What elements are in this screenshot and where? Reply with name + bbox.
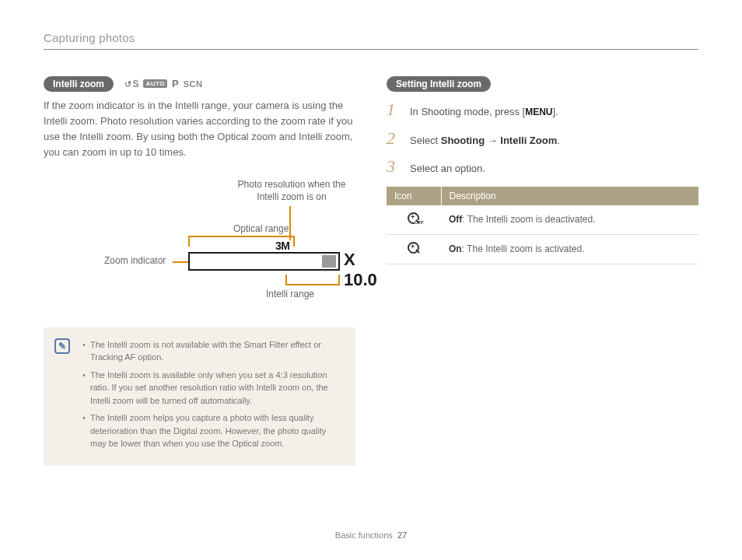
page-number: 27 [397, 530, 407, 540]
options-table: Icon Description +OFF Off: The Intelli z… [387, 187, 698, 264]
intelli-zoom-badge: Intelli zoom [44, 76, 114, 92]
menu-path-intelli-zoom: Intelli Zoom [500, 135, 557, 146]
mode-icon-strip: S AUTO P SCN [124, 78, 202, 89]
magnifier-off-icon: +OFF [408, 212, 420, 225]
step-text: Select an option. [410, 161, 485, 177]
photo-resolution-label: Photo resolution when the Intelli zoom i… [233, 178, 350, 203]
page-title: Capturing photos [44, 31, 698, 50]
callout-line [188, 236, 190, 247]
option-name: Off [449, 214, 462, 225]
callout-line [293, 236, 295, 247]
step-text: In Shooting mode, press [MENU]. [410, 104, 558, 120]
icon-cell: +OFF [387, 205, 441, 235]
table-header-description: Description [441, 187, 698, 205]
section-header-row: Intelli zoom S AUTO P SCN [44, 76, 355, 92]
icon-cell: + [387, 234, 441, 264]
zoom-diagram: Photo resolution when the Intelli zoom i… [44, 178, 355, 318]
option-desc: : The Intelli zoom is activated. [462, 243, 585, 254]
step-3: 3 Select an option. [387, 158, 698, 177]
smart-mode-icon: S [124, 79, 138, 89]
callout-line [285, 284, 340, 285]
program-mode-icon: P [172, 78, 179, 89]
setting-intelli-zoom-badge: Setting Intelli zoom [387, 76, 491, 92]
option-desc: : The Intelli zoom is deactivated. [462, 214, 595, 225]
option-name: On [449, 243, 462, 254]
right-column: Setting Intelli zoom 1 In Shooting mode,… [387, 76, 698, 466]
text: In Shooting mode, press [ [410, 106, 525, 117]
step-2: 2 Select Shooting → Intelli Zoom. [387, 130, 698, 149]
note-icon: ✎ [54, 338, 70, 354]
description-cell: On: The Intelli zoom is activated. [441, 234, 698, 264]
table-row: +OFF Off: The Intelli zoom is deactivate… [387, 205, 698, 235]
step-1: 1 In Shooting mode, press [MENU]. [387, 101, 698, 120]
two-column-layout: Intelli zoom S AUTO P SCN If the zoom in… [44, 76, 698, 466]
note-box: ✎ The Intelli zoom is not available with… [44, 327, 355, 466]
step-number: 3 [387, 158, 401, 175]
callout-line [173, 261, 188, 263]
text: . [557, 135, 560, 146]
note-item: The Intelli zoom is available only when … [82, 369, 343, 408]
note-item: The Intelli zoom is not available with t… [82, 338, 343, 364]
table-header-icon: Icon [387, 187, 441, 205]
menu-path-shooting: Shooting [441, 135, 485, 146]
footer-section: Basic functions [335, 530, 393, 540]
optical-range-label: Optical range [233, 223, 289, 234]
page-footer: Basic functions 27 [0, 530, 742, 540]
note-item: The Intelli zoom helps you capture a pho… [82, 411, 343, 450]
step-number: 2 [387, 130, 401, 147]
intelli-zoom-description: If the zoom indicator is in the Intelli … [44, 98, 355, 161]
description-cell: Off: The Intelli zoom is deactivated. [441, 205, 698, 235]
zoom-multiplier: X 10.0 [344, 250, 377, 290]
intelli-range-label: Intelli range [266, 289, 314, 299]
steps-list: 1 In Shooting mode, press [MENU]. 2 Sele… [387, 101, 698, 177]
zoom-indicator-label: Zoom indicator [104, 255, 166, 266]
step-number: 1 [387, 101, 401, 118]
callout-line [188, 236, 295, 237]
note-list: The Intelli zoom is not available with t… [82, 338, 343, 450]
text: Select [410, 135, 441, 146]
auto-mode-icon: AUTO [143, 79, 167, 88]
zoom-bar-intelli-fill [322, 255, 336, 268]
step-text: Select Shooting → Intelli Zoom. [410, 133, 560, 149]
zoom-bar [188, 252, 340, 271]
magnifier-on-icon: + [408, 242, 420, 254]
left-column: Intelli zoom S AUTO P SCN If the zoom in… [44, 76, 355, 466]
scene-mode-icon: SCN [184, 79, 203, 89]
text: ]. [553, 106, 558, 117]
menu-button-label: MENU [525, 107, 552, 117]
resolution-value: 3M [275, 240, 289, 252]
zoom-bar-optical-fill [190, 254, 322, 269]
arrow-icon: → [485, 135, 500, 146]
table-row: + On: The Intelli zoom is activated. [387, 234, 698, 264]
